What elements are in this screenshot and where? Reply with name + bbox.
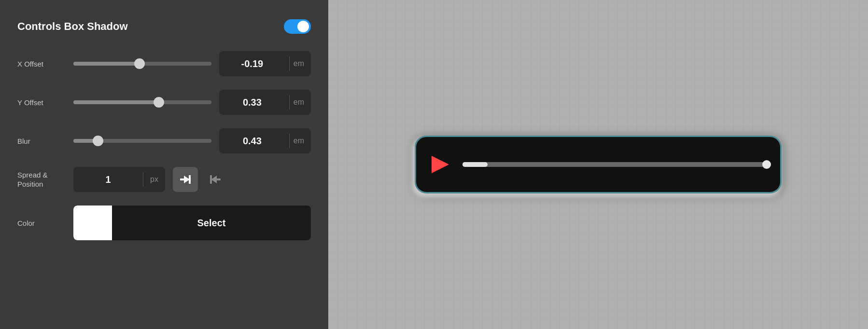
color-label: Color: [17, 219, 66, 227]
play-button[interactable]: [430, 154, 451, 175]
blur-label: Blur: [17, 137, 66, 145]
y-offset-thumb[interactable]: [154, 97, 164, 108]
progress-bar[interactable]: [462, 162, 767, 167]
blur-divider: [289, 134, 290, 148]
color-swatch: [73, 206, 112, 240]
outward-arrow-icon: [209, 173, 222, 186]
blur-slider[interactable]: [73, 139, 211, 143]
blur-unit: em: [294, 137, 311, 145]
x-offset-unit: em: [294, 59, 311, 68]
x-offset-thumb[interactable]: [134, 58, 145, 69]
y-offset-unit: em: [294, 98, 311, 107]
x-offset-divider: [289, 56, 290, 71]
y-offset-divider: [289, 95, 290, 110]
svg-rect-2: [189, 175, 191, 184]
spread-unit: px: [143, 175, 165, 184]
spread-input-box: 1 px: [73, 167, 165, 192]
blur-thumb[interactable]: [93, 136, 103, 146]
toggle-knob: [297, 21, 309, 32]
x-offset-slider[interactable]: [73, 62, 211, 66]
spread-value: 1: [73, 174, 143, 185]
spread-row: Spread & Position 1 px: [17, 167, 311, 192]
x-offset-value-box: -0.19 em: [219, 51, 311, 76]
y-offset-value: 0.33: [219, 97, 285, 108]
color-select-text: Select: [112, 218, 311, 229]
player-widget: [415, 136, 782, 193]
right-panel: [328, 0, 868, 329]
left-panel: Controls Box Shadow X Offset -0.19 em Y …: [0, 0, 328, 329]
x-offset-row: X Offset -0.19 em: [17, 51, 311, 76]
y-offset-fill: [73, 100, 159, 104]
spread-inward-button[interactable]: [173, 167, 198, 192]
svg-rect-5: [210, 175, 212, 184]
y-offset-slider[interactable]: [73, 100, 211, 104]
color-select-button[interactable]: Select: [73, 206, 311, 240]
spread-label: Spread & Position: [17, 170, 66, 189]
play-icon: [432, 156, 449, 173]
inward-arrow-icon: [179, 173, 192, 186]
progress-thumb: [762, 160, 771, 169]
blur-row: Blur 0.43 em: [17, 128, 311, 153]
y-offset-value-box: 0.33 em: [219, 90, 311, 115]
y-offset-row: Y Offset 0.33 em: [17, 90, 311, 115]
blur-value-box: 0.43 em: [219, 128, 311, 153]
x-offset-fill: [73, 62, 140, 66]
y-offset-label: Y Offset: [17, 98, 66, 107]
x-offset-value: -0.19: [219, 58, 285, 69]
color-row: Color Select: [17, 206, 311, 240]
x-offset-label: X Offset: [17, 60, 66, 68]
panel-header: Controls Box Shadow: [17, 19, 311, 34]
progress-fill: [462, 162, 488, 167]
spread-outward-button[interactable]: [203, 167, 228, 192]
spread-buttons: [173, 167, 228, 192]
panel-title: Controls Box Shadow: [17, 20, 128, 33]
blur-value: 0.43: [219, 136, 285, 147]
toggle-switch[interactable]: [284, 19, 311, 34]
